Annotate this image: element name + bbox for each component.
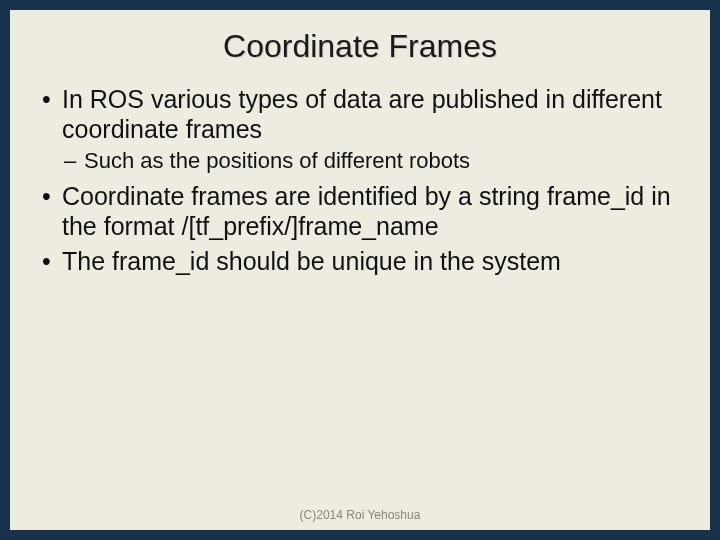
bullet-item: Coordinate frames are identified by a st… (38, 182, 682, 241)
slide: Coordinate Frames In ROS various types o… (10, 10, 710, 530)
bullet-text: The frame_id should be unique in the sys… (62, 247, 561, 275)
slide-title: Coordinate Frames (38, 28, 682, 65)
bullet-item: The frame_id should be unique in the sys… (38, 247, 682, 277)
bullet-list: In ROS various types of data are publish… (38, 85, 682, 277)
bullet-text: In ROS various types of data are publish… (62, 85, 662, 143)
sub-bullet-list: Such as the positions of different robot… (62, 148, 682, 174)
bullet-item: In ROS various types of data are publish… (38, 85, 682, 174)
sub-bullet-item: Such as the positions of different robot… (62, 148, 682, 174)
sub-bullet-text: Such as the positions of different robot… (84, 148, 470, 173)
bullet-text: Coordinate frames are identified by a st… (62, 182, 671, 240)
footer-copyright: (C)2014 Roi Yehoshua (10, 508, 710, 522)
